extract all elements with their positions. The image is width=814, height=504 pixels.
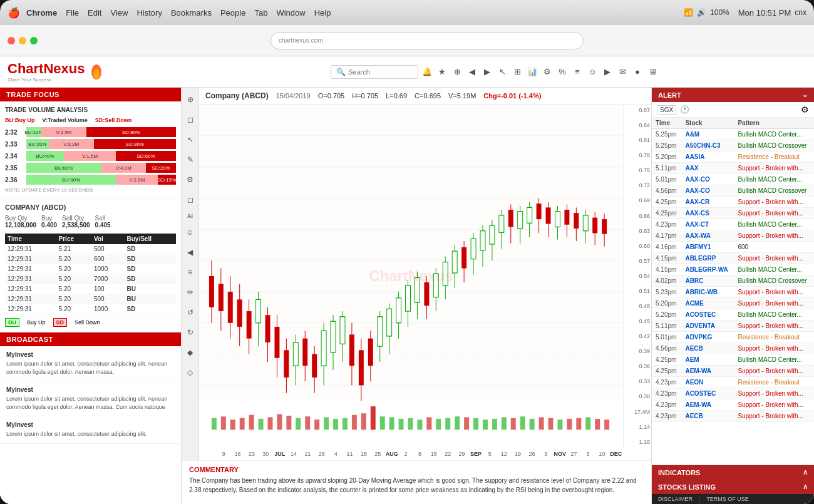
menu-bookmarks[interactable]: Bookmarks — [171, 8, 212, 18]
zoom-icon[interactable]: ⊞ — [511, 66, 523, 78]
tool-undo[interactable]: ↺ — [183, 306, 197, 319]
alert-row[interactable]: 4.25pm AEM Bullish MACD Center... — [652, 354, 814, 366]
alert-row[interactable]: 4.23pm AEON Resistence - Breakout — [652, 377, 814, 388]
terms-link[interactable]: TERMS OF USE — [706, 496, 749, 502]
alert-row[interactable]: 4.17pm AAX-WA Support - Broken with... — [652, 230, 814, 242]
add-icon[interactable]: ⊕ — [451, 66, 463, 78]
menu-people[interactable]: People — [220, 8, 245, 18]
alert-stock[interactable]: AEM-WA — [681, 399, 734, 411]
alert-row[interactable]: 4.56pm AAX-CO Bullish MACD Crossover — [652, 185, 814, 197]
maximize-button[interactable] — [30, 37, 38, 44]
alert-stock[interactable]: ABRIC-WB — [681, 287, 734, 298]
alert-row[interactable]: 4.25pm AAX-CR Support - Broken with... — [652, 197, 814, 208]
tool-crosshair[interactable]: ⊕ — [183, 93, 197, 106]
disclaimer-link[interactable]: DISCLAIMER — [658, 496, 693, 502]
alert-stock[interactable]: ACME — [681, 298, 734, 309]
alert-row[interactable]: 5.25pm A&M Bullish MACD Center... — [652, 129, 814, 140]
menu-chrome[interactable]: Chrome — [26, 8, 57, 18]
alert-row[interactable]: 4.56pm AECB Support - Broken with... — [652, 343, 814, 354]
alert-stock[interactable]: AAX-CR — [681, 197, 734, 208]
menu-window[interactable]: Window — [276, 8, 305, 18]
tool-rect[interactable]: ◻ — [183, 193, 197, 207]
alert-stock[interactable]: AECB — [681, 411, 734, 422]
alert-row[interactable]: 4.02pm ABRC Bullish MACD Crossover — [652, 275, 814, 287]
alert-stock[interactable]: AAX — [681, 163, 734, 174]
close-button[interactable] — [8, 37, 15, 44]
alert-stock[interactable]: AECB — [681, 343, 734, 354]
filter-settings-icon[interactable]: ⚙ — [801, 105, 809, 115]
menu-history[interactable]: History — [137, 8, 162, 18]
stocks-listing-collapse-icon[interactable]: ∧ — [803, 483, 808, 491]
menu-help[interactable]: Help — [314, 8, 331, 18]
menu-edit[interactable]: Edit — [88, 8, 101, 18]
alert-stock[interactable]: ABLEGRP — [681, 253, 734, 264]
tool-arrow[interactable]: ↖ — [183, 133, 197, 147]
alert-row[interactable]: 4.15pm ABLEGRP-WA Bullish MACD Center... — [652, 264, 814, 275]
alert-filter-sgx[interactable]: SGX — [657, 105, 676, 115]
alert-collapse-icon[interactable]: ⌄ — [802, 91, 808, 99]
apple-icon[interactable]: 🍎 — [8, 7, 20, 19]
alert-stock[interactable]: AAX-CS — [681, 208, 734, 219]
alert-row[interactable]: 5.01pm AAX-CO Bullish MACD Center... — [652, 174, 814, 185]
mail-icon[interactable]: ✉ — [616, 66, 629, 78]
tool-pen[interactable]: ✎ — [183, 153, 197, 167]
settings-icon[interactable]: ⚙ — [541, 66, 554, 78]
alert-stock[interactable]: AASIA — [681, 152, 734, 163]
tool-edit[interactable]: ✏ — [183, 285, 197, 299]
alert-row[interactable]: 4.25pm AEM-WA Support - Broken with... — [652, 366, 814, 377]
tool-back[interactable]: ◀ — [183, 245, 197, 259]
alert-row[interactable]: 5.20pm AASIA Resistence - Breakout — [652, 152, 814, 163]
face-icon[interactable]: ☺ — [586, 66, 599, 78]
tool-redo[interactable]: ↻ — [183, 326, 197, 339]
alert-row[interactable]: 4.25pm AAX-CS Support - Broken with... — [652, 208, 814, 219]
alert-row[interactable]: 5.25pm A50CHN-C3 Bullish MACD Crossover — [652, 140, 814, 152]
cursor-icon[interactable]: ↖ — [496, 66, 508, 78]
alert-row[interactable]: 4.23pm AEM-WA Support - Broken with... — [652, 399, 814, 411]
indicators-collapse-icon[interactable]: ∧ — [803, 468, 808, 476]
forward-icon[interactable]: ▶ — [481, 66, 493, 78]
alert-icon[interactable]: 🔔 — [421, 66, 433, 78]
search-box[interactable]: 🔍 — [331, 65, 418, 79]
alert-row[interactable]: 4.23pm ACOSTEC Support - Broken with... — [652, 388, 814, 399]
address-bar[interactable]: chartnexus.com — [270, 32, 584, 49]
alert-row[interactable]: 5.20pm ACME Support - Broken with... — [652, 298, 814, 309]
alert-row[interactable]: 4.15pm ABLEGRP Support - Broken with... — [652, 253, 814, 264]
alert-row[interactable]: 5.23pm ABRIC-WB Support - Broken with... — [652, 287, 814, 298]
indicators-section[interactable]: INDICATORS ∧ — [652, 465, 814, 480]
alert-stock[interactable]: A&M — [681, 129, 734, 140]
tool-select[interactable]: ◻ — [183, 113, 197, 126]
tool-shape[interactable]: ◇ — [183, 366, 197, 379]
alert-stock[interactable]: AAX-CT — [681, 219, 734, 230]
alert-stock[interactable]: ACOSTEC — [681, 388, 734, 399]
chart-icon[interactable]: 📊 — [526, 66, 538, 78]
alert-stock[interactable]: A50CHN-C3 — [681, 140, 734, 152]
alert-row[interactable]: 4.16pm ABFMY1 600 — [652, 242, 814, 253]
stocks-listing-section[interactable]: STOCKS LISTING ∧ — [652, 480, 814, 494]
alert-stock[interactable]: ABRC — [681, 275, 734, 287]
menu-file[interactable]: File — [66, 8, 79, 18]
alert-stock[interactable]: ABFMY1 — [681, 242, 734, 253]
alert-row[interactable]: 4.23pm AAX-CT Bullish MACD Center... — [652, 219, 814, 230]
back-icon[interactable]: ◀ — [466, 66, 478, 78]
alert-stock[interactable]: AEM — [681, 354, 734, 366]
alert-row[interactable]: 5.01pm ADVPKG Resistence - Breakout — [652, 332, 814, 343]
star-icon[interactable]: ★ — [436, 66, 448, 78]
screen-icon[interactable]: 🖥 — [646, 66, 659, 78]
alert-row[interactable]: 5.11pm AAX Support - Broken with... — [652, 163, 814, 174]
search-input[interactable] — [348, 68, 411, 76]
percent-icon[interactable]: % — [556, 66, 569, 78]
alert-row[interactable]: 5.20pm ACOSTEC Bullish MACD Center... — [652, 309, 814, 321]
tool-ai[interactable]: Ai — [187, 213, 193, 219]
alert-stock[interactable]: ACOSTEC — [681, 309, 734, 321]
alert-stock[interactable]: ABLEGRP-WA — [681, 264, 734, 275]
clock-icon[interactable]: 🕐 — [680, 105, 689, 114]
minimize-button[interactable] — [19, 37, 26, 44]
alert-stock[interactable]: AEM-WA — [681, 366, 734, 377]
tool-diamond[interactable]: ◆ — [183, 346, 197, 359]
alert-stock[interactable]: AAX-WA — [681, 230, 734, 242]
tool-gear[interactable]: ⚙ — [183, 173, 197, 187]
alert-stock[interactable]: AAX-CO — [681, 185, 734, 197]
menu-tab[interactable]: Tab — [254, 8, 267, 18]
tool-face[interactable]: ☺ — [183, 225, 197, 239]
alert-row[interactable]: 4.23pm AECB Support - Broken with... — [652, 411, 814, 422]
